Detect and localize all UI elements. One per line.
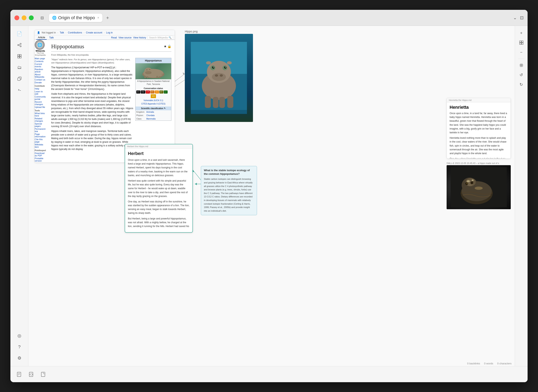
tab-close-button[interactable]: ×: [97, 16, 99, 20]
wiki-nav-list: Main page Contents Current events Random…: [35, 57, 46, 84]
create-account-link[interactable]: Create account: [86, 31, 102, 34]
nav-what-links[interactable]: What links here: [35, 112, 45, 117]
phylum-row: Phylum: Chordata: [135, 114, 171, 117]
close-button[interactable]: [14, 15, 19, 20]
new-tab-button[interactable]: +: [104, 14, 111, 21]
henrietta-para-2: Henrietta loved nothing more than to spl…: [450, 136, 508, 155]
search-icon: 🔍: [169, 36, 171, 39]
svg-line-3: [19, 44, 20, 45]
sidebar-item-settings[interactable]: ⚙: [15, 353, 24, 363]
nav-printable[interactable]: Printable version: [35, 157, 43, 162]
sidebar-item-location[interactable]: ◎: [15, 331, 24, 341]
zoom-in-button[interactable]: +: [517, 29, 525, 37]
blank-page-button[interactable]: [38, 370, 48, 379]
badge-nt: NT: [159, 90, 163, 94]
content-area: for example 👤 Not logged in · Talk · Con…: [29, 26, 515, 366]
action-view-source[interactable]: View source: [119, 36, 132, 39]
nav-wikidata[interactable]: Wikidata item: [35, 143, 43, 148]
nav-learn-edit[interactable]: Learn to edit: [35, 90, 43, 95]
svg-rect-27: [144, 76, 146, 78]
action-read[interactable]: Read: [111, 36, 117, 39]
nav-contact-us[interactable]: Contact us: [35, 79, 45, 81]
herbert-card-header: Herbert the Hippo.md: [125, 144, 192, 149]
sidebar-item-help[interactable]: ?: [15, 342, 24, 352]
tab-talk[interactable]: Talk: [48, 36, 55, 39]
log-in-link[interactable]: Log in: [106, 31, 113, 34]
contributions-link[interactable]: Contributions: [68, 31, 82, 34]
talk-link[interactable]: Talk: [60, 31, 64, 34]
nav-download-pdf[interactable]: Download as PDF: [35, 152, 44, 157]
herbert-card: Herbert the Hippo.md Herbert Once upon a…: [125, 144, 193, 233]
sidebar-item-graph[interactable]: [15, 40, 24, 50]
action-view-history[interactable]: View history: [133, 36, 146, 39]
minimize-button[interactable]: [22, 15, 26, 20]
nav-random-article[interactable]: Random article: [35, 68, 43, 73]
sidebar-item-new-note[interactable]: 📄: [15, 29, 24, 39]
wiki-sidebar-nav: 🌐 Wikipedia The Free Encyclopedia Main p…: [35, 40, 46, 162]
wiki-logo-text: Wikipedia: [35, 50, 46, 52]
backlinks-count: 0 backlinks: [467, 362, 480, 365]
sidebar-item-grid[interactable]: [15, 51, 24, 61]
svg-point-36: [215, 74, 218, 77]
nav-current-events[interactable]: Current events: [35, 63, 42, 68]
conservation-label: Conservation status: [136, 87, 170, 90]
nav-community-portal[interactable]: Community portal: [35, 95, 46, 100]
tools-section: Tools: [35, 110, 46, 112]
vulnerable-badge: VU: [151, 94, 156, 98]
svg-rect-29: [156, 76, 158, 78]
nav-recent-changes[interactable]: Recent changes: [35, 101, 43, 106]
svg-rect-7: [18, 56, 19, 58]
sidebar-item-folder[interactable]: 🗂: [15, 63, 24, 72]
zoom-out-button[interactable]: −: [517, 48, 525, 56]
redo-button[interactable]: ↻: [517, 80, 525, 89]
nav-about-wiki[interactable]: About Wikipedia: [35, 73, 44, 78]
vulnerable-label[interactable]: Vulnerable (IUCN 3.1): [136, 99, 170, 102]
nav-donate[interactable]: Donate: [35, 81, 42, 84]
nav-help[interactable]: Help: [35, 88, 39, 90]
nav-related-changes[interactable]: Related changes: [35, 117, 43, 122]
wiki-header: 👤 Not logged in · Talk · Contributions ·…: [35, 30, 175, 35]
nav-page-info[interactable]: Page information: [35, 133, 46, 138]
infobox-hippo-image: [135, 63, 171, 79]
nav-permanent-link[interactable]: Permanent link: [35, 128, 46, 133]
svg-point-62: [467, 182, 468, 184]
star-icon[interactable]: ★: [164, 44, 167, 49]
toolbar-divider: [518, 59, 524, 59]
nav-cite-page[interactable]: Cite this page: [35, 138, 43, 143]
wiki-search-box[interactable]: Search Wikipedia 🔍: [148, 36, 173, 40]
svg-rect-6: [20, 54, 21, 56]
svg-point-58: [472, 180, 474, 181]
titlebar: ⊟ 🌐 Origin of the Hippo × + ⌄ ⊡: [10, 10, 528, 26]
fit-screen-button[interactable]: [517, 39, 525, 47]
main-layout: 📄 🗂: [10, 26, 528, 366]
window-tile-button[interactable]: ⊡: [520, 15, 524, 20]
herbert-para-4: But Herbert, being a large and powerful …: [128, 217, 190, 229]
undo-button[interactable]: ↺: [517, 71, 525, 79]
nav-contents[interactable]: Contents: [35, 60, 43, 62]
body-para-1: The hippopotamus (/ˌhɪpəˈpɒtəməs/ HIP-ə-…: [51, 66, 134, 91]
edit-sci-icon[interactable]: ✎: [164, 107, 166, 110]
sidebar-item-terminal[interactable]: [15, 85, 24, 95]
nav-main-page[interactable]: Main page: [35, 57, 45, 60]
nav-upload-file[interactable]: Upload file: [35, 106, 45, 108]
henrietta-card: Henrietta the Hippo.md Henrietta Once up…: [447, 98, 511, 159]
sidebar-toggle-button[interactable]: ⊟: [38, 14, 46, 21]
svg-point-35: [212, 73, 226, 81]
herbert-card-body: Herbert Once upon a time, in a vast and …: [125, 149, 192, 232]
maximize-button[interactable]: [29, 15, 34, 20]
hippo-underwater-scene: [185, 34, 253, 122]
kingdom-row: Kingdom: Animalia: [135, 110, 171, 114]
embed-button[interactable]: [26, 370, 36, 379]
tab-article[interactable]: Article: [36, 35, 47, 40]
grid-toggle-button[interactable]: [517, 61, 525, 69]
from-wikipedia: From Wikipedia, the free encyclopedia: [51, 53, 171, 57]
window-collapse-button[interactable]: ⌄: [513, 15, 517, 20]
svg-rect-30: [159, 76, 160, 78]
new-note-button[interactable]: [14, 370, 24, 379]
cites-label[interactable]: CITES Appendix II (CITES): [136, 102, 170, 105]
infobox-conservation: Conservation status EX EW CR EN VU NT LC: [135, 86, 171, 107]
nav-special-pages[interactable]: Special pages: [35, 122, 42, 127]
sidebar-item-copy[interactable]: [15, 74, 24, 84]
wiki-tab-row: Article Talk Read View source View histo…: [35, 35, 175, 40]
active-tab[interactable]: 🌐 Origin of the Hippo ×: [49, 14, 102, 22]
